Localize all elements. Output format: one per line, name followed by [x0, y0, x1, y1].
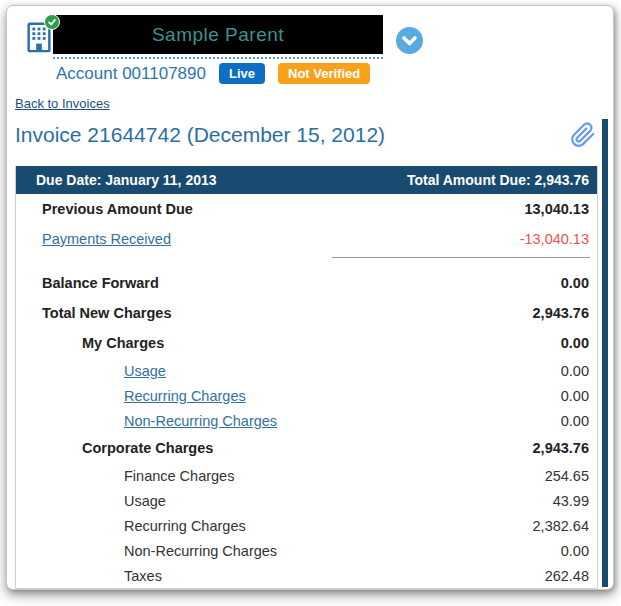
invoice-row-label: Finance Charges	[16, 468, 234, 484]
invoice-row-label[interactable]: Recurring Charges	[16, 388, 246, 404]
invoice-row: Corporate Charges 2,943.76	[16, 433, 597, 463]
scrollbar[interactable]	[602, 119, 608, 587]
org-name-redacted: Sample Parent	[53, 15, 383, 54]
invoice-row-label: Total New Charges	[16, 305, 171, 321]
invoice-row: My Charges 0.00	[16, 328, 597, 358]
invoice-row: Usage 43.99	[16, 488, 597, 513]
page-title: Invoice 21644742 (December 15, 2012)	[15, 123, 385, 147]
invoice-row-label: Recurring Charges	[16, 518, 246, 534]
status-badge-not-verified: Not Verified	[278, 63, 370, 84]
invoice-row-label: Corporate Charges	[16, 440, 213, 456]
invoice-card: Sample Parent Account 001107890 Live Not…	[6, 5, 614, 590]
invoice-row: Recurring Charges 0.00	[16, 383, 597, 408]
invoice-row-value: 0.00	[561, 335, 597, 351]
invoice-row-label[interactable]: Non-Recurring Charges	[16, 413, 277, 429]
invoice-row-label: Previous Amount Due	[16, 201, 193, 217]
invoice-row: Finance Charges 254.65	[16, 463, 597, 488]
back-to-invoices-link[interactable]: Back to Invoices	[15, 96, 110, 111]
invoice-row-label: Taxes	[16, 568, 162, 584]
invoice-row-value: 0.00	[561, 543, 597, 559]
invoice-row-label: My Charges	[16, 335, 164, 351]
title-row: Invoice 21644742 (December 15, 2012)	[15, 122, 598, 148]
invoice-row-value: 262.48	[545, 568, 597, 584]
invoice-table-header: Due Date: January 11, 2013 Total Amount …	[16, 166, 597, 194]
invoice-row: Previous Amount Due 13,040.13	[16, 194, 597, 224]
due-date-label: Due Date: January 11, 2013	[36, 172, 217, 188]
invoice-row-value: 0.00	[561, 363, 597, 379]
invoice-row-value: 2,382.64	[533, 518, 597, 534]
invoice-row-value: 0.00	[561, 413, 597, 429]
account-number: Account 001107890	[56, 64, 206, 84]
invoice-row: Recurring Charges 2,382.64	[16, 513, 597, 538]
invoice-row-value: -13,040.13	[520, 231, 597, 247]
invoice-row-label: Balance Forward	[16, 275, 159, 291]
invoice-row-label[interactable]: Payments Received	[16, 231, 171, 247]
screen: Sample Parent Account 001107890 Live Not…	[0, 0, 621, 606]
green-check-icon	[44, 14, 60, 30]
paperclip-icon[interactable]	[570, 122, 596, 148]
dotted-underline	[53, 57, 383, 59]
invoice-row: Non-Recurring Charges 0.00	[16, 408, 597, 433]
invoice-row-value: 0.00	[561, 388, 597, 404]
invoice-row-value: 2,943.76	[533, 305, 597, 321]
invoice-row-label: Non-Recurring Charges	[16, 543, 277, 559]
amount-separator	[332, 257, 590, 258]
invoice-row-value: 254.65	[545, 468, 597, 484]
invoice-row-value: 0.00	[561, 275, 597, 291]
total-amount-due-label: Total Amount Due: 2,943.76	[407, 172, 589, 188]
invoice-rows: Previous Amount Due 13,040.13 Payments R…	[16, 194, 597, 588]
invoice-row: Payments Received -13,040.13	[16, 224, 597, 254]
invoice-table: Due Date: January 11, 2013 Total Amount …	[15, 166, 598, 589]
chevron-down-circle-icon[interactable]	[396, 27, 423, 54]
invoice-row-label[interactable]: Usage	[16, 363, 166, 379]
invoice-row-value: 43.99	[553, 493, 597, 509]
invoice-row: Taxes 262.48	[16, 563, 597, 588]
invoice-row-label: Usage	[16, 493, 166, 509]
invoice-row-value: 13,040.13	[524, 201, 597, 217]
account-row: Account 001107890 Live Not Verified	[56, 63, 370, 84]
invoice-row: Usage 0.00	[16, 358, 597, 383]
invoice-row-value: 2,943.76	[533, 440, 597, 456]
status-badge-live: Live	[219, 63, 265, 84]
invoice-row: Total New Charges 2,943.76	[16, 298, 597, 328]
invoice-row: Balance Forward 0.00	[16, 268, 597, 298]
invoice-row: Non-Recurring Charges 0.00	[16, 538, 597, 563]
